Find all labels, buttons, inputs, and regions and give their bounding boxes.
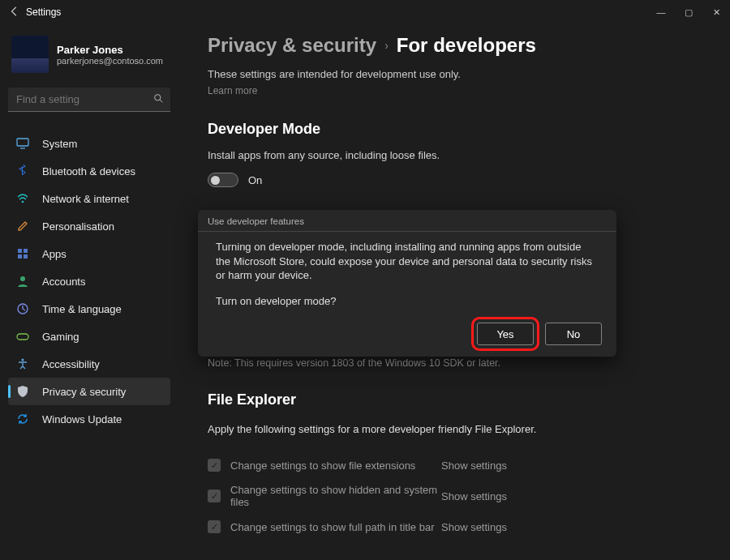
access-icon xyxy=(15,356,31,372)
svg-rect-8 xyxy=(24,254,28,259)
apps-icon xyxy=(15,246,31,262)
profile-email: parkerjones@contoso.com xyxy=(57,56,163,66)
sidebar-item-accessibility[interactable]: Accessibility xyxy=(8,350,170,378)
sidebar-item-system[interactable]: System xyxy=(8,130,170,157)
wifi-icon xyxy=(15,190,31,207)
show-settings-link[interactable]: Show settings xyxy=(441,521,507,533)
sidebar-item-label: Time & language xyxy=(42,303,122,315)
sidebar-item-privacy-security[interactable]: Privacy & security xyxy=(8,378,170,405)
sidebar-item-accounts[interactable]: Accounts xyxy=(8,267,170,295)
breadcrumb-current: For developers xyxy=(397,34,536,57)
developer-features-dialog: Use developer features Turning on develo… xyxy=(198,210,616,357)
search-box[interactable] xyxy=(8,88,170,112)
sidebar-item-gaming[interactable]: Gaming xyxy=(8,323,170,350)
monitor-icon xyxy=(15,135,31,152)
avatar-icon xyxy=(11,36,49,73)
sidebar-item-label: Apps xyxy=(42,248,67,260)
app-title: Settings xyxy=(26,6,61,18)
window-controls: — ▢ ✕ xyxy=(647,0,730,24)
checkbox-checked-icon[interactable]: ✓ xyxy=(208,489,221,502)
checkbox-checked-icon[interactable]: ✓ xyxy=(208,520,221,533)
sidebar-item-label: Bluetooth & devices xyxy=(42,165,135,177)
shield-icon xyxy=(15,383,31,400)
profile-name: Parker Jones xyxy=(57,44,163,56)
chevron-right-icon: › xyxy=(384,39,389,52)
svg-rect-7 xyxy=(18,254,22,259)
sidebar-item-apps[interactable]: Apps xyxy=(8,240,170,267)
svg-line-1 xyxy=(160,100,162,102)
file-explorer-row: ✓ Change settings to show hidden and sys… xyxy=(208,481,714,511)
sidebar-item-time-language[interactable]: Time & language xyxy=(8,295,170,323)
svg-rect-2 xyxy=(17,139,28,146)
learn-more-link[interactable]: Learn more xyxy=(208,85,714,96)
sidebar-item-windows-update[interactable]: Windows Update xyxy=(8,405,170,433)
sidebar-item-label: Privacy & security xyxy=(42,386,126,398)
developer-mode-state: On xyxy=(248,174,262,186)
file-explorer-desc: Apply the following settings for a more … xyxy=(208,423,714,435)
update-icon xyxy=(15,411,31,427)
svg-point-4 xyxy=(22,201,24,203)
dialog-no-button[interactable]: No xyxy=(545,323,602,345)
svg-rect-5 xyxy=(18,249,22,253)
breadcrumb: Privacy & security › For developers xyxy=(208,34,714,57)
sidebar-item-personalisation[interactable]: Personalisation xyxy=(8,212,170,240)
sidebar-item-label: Accounts xyxy=(42,276,85,288)
developer-mode-heading: Developer Mode xyxy=(208,121,714,138)
sidebar-item-label: System xyxy=(42,138,77,150)
minimize-button[interactable]: — xyxy=(647,0,675,24)
svg-point-12 xyxy=(21,358,24,361)
checkbox-checked-icon[interactable]: ✓ xyxy=(208,459,221,472)
file-explorer-row: ✓ Change settings to show full path in t… xyxy=(208,511,714,542)
svg-point-0 xyxy=(155,94,161,100)
sidebar-item-label: Accessibility xyxy=(42,358,100,370)
accounts-icon xyxy=(15,273,31,289)
sidebar-item-label: Personalisation xyxy=(42,220,114,233)
developer-mode-sub: Install apps from any source, including … xyxy=(208,149,714,161)
brush-icon xyxy=(15,218,31,234)
search-icon xyxy=(153,93,164,106)
file-explorer-row-label: Change settings to show file extensions xyxy=(230,460,441,472)
file-explorer-list: ✓ Change settings to show file extension… xyxy=(208,450,714,542)
svg-point-9 xyxy=(20,276,25,281)
file-explorer-row-label: Change settings to show full path in tit… xyxy=(230,521,441,533)
arrow-left-icon xyxy=(9,6,20,17)
file-explorer-row: ✓ Change settings to show file extension… xyxy=(208,450,714,481)
sidebar: Parker Jones parkerjones@contoso.com Sys… xyxy=(0,24,177,560)
sidebar-item-label: Windows Update xyxy=(42,413,122,425)
close-button[interactable]: ✕ xyxy=(702,0,730,24)
dialog-paragraph-2: Turn on developer mode? xyxy=(216,294,599,309)
dialog-title: Use developer features xyxy=(198,210,616,231)
sidebar-item-network-internet[interactable]: Network & internet xyxy=(8,185,170,212)
maximize-button[interactable]: ▢ xyxy=(675,0,702,24)
gaming-icon xyxy=(15,328,31,344)
search-input[interactable] xyxy=(16,93,153,105)
dialog-divider xyxy=(198,231,616,232)
dialog-yes-button[interactable]: Yes xyxy=(477,323,534,345)
sidebar-item-bluetooth-devices[interactable]: Bluetooth & devices xyxy=(8,157,170,185)
breadcrumb-parent[interactable]: Privacy & security xyxy=(208,34,376,57)
sidebar-item-label: Network & internet xyxy=(42,193,129,205)
time-icon xyxy=(15,301,31,317)
profile-block[interactable]: Parker Jones parkerjones@contoso.com xyxy=(8,28,170,84)
show-settings-link[interactable]: Show settings xyxy=(441,460,507,472)
dialog-paragraph-1: Turning on developer mode, including ins… xyxy=(216,240,599,283)
title-bar: Settings — ▢ ✕ xyxy=(0,0,730,24)
svg-rect-6 xyxy=(24,249,28,253)
file-explorer-heading: File Explorer xyxy=(208,391,714,408)
bluetooth-icon xyxy=(15,163,31,179)
back-button[interactable] xyxy=(3,6,26,19)
sidebar-item-label: Gaming xyxy=(42,331,79,343)
sdk-note: Note: This requires version 1803 of the … xyxy=(208,357,714,369)
developer-mode-toggle[interactable] xyxy=(208,173,238,187)
page-description: These settings are intended for developm… xyxy=(208,68,714,80)
file-explorer-row-label: Change settings to show hidden and syste… xyxy=(230,484,441,508)
show-settings-link[interactable]: Show settings xyxy=(441,490,507,502)
nav-list: System Bluetooth & devices Network & int… xyxy=(8,130,170,433)
svg-rect-11 xyxy=(17,334,28,340)
dialog-body: Turning on developer mode, including ins… xyxy=(198,240,616,308)
